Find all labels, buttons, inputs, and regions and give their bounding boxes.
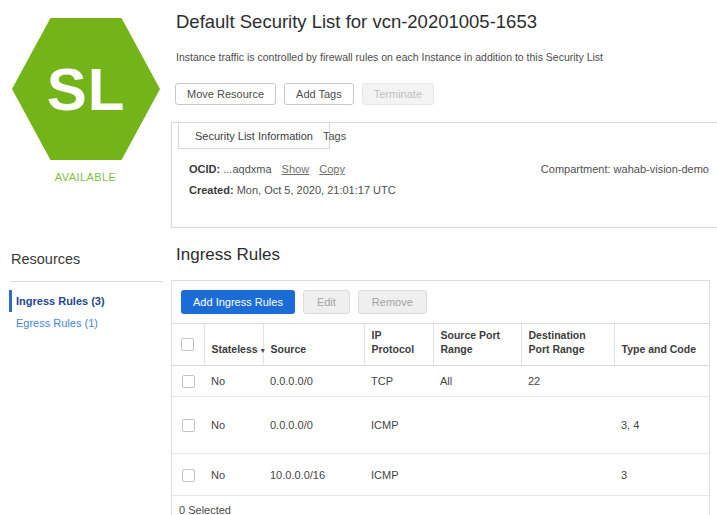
edit-button[interactable]: Edit: [303, 290, 350, 314]
add-tags-button[interactable]: Add Tags: [284, 83, 354, 105]
ocid-label: OCID:: [189, 163, 220, 175]
add-ingress-rules-button[interactable]: Add Ingress Rules: [181, 290, 295, 314]
table-row: No 10.0.0.0/16 ICMP 3: [172, 454, 709, 496]
created-value: Mon, Oct 5, 2020, 21:01:17 UTC: [237, 184, 396, 196]
resources-heading: Resources: [11, 251, 80, 267]
row-checkbox[interactable]: [182, 375, 195, 388]
cell-stateless: No: [204, 366, 263, 397]
column-header-stateless[interactable]: Stateless▾: [204, 324, 263, 366]
page-subtitle: Instance traffic is controlled by firewa…: [176, 51, 603, 63]
compartment-line: Compartment: wahab-vision-demo: [541, 163, 709, 175]
selection-count: 0 Selected: [172, 496, 709, 515]
cell-type-code: [614, 366, 709, 397]
cell-source: 0.0.0.0/0: [263, 397, 364, 454]
ocid-show-link[interactable]: Show: [282, 163, 310, 175]
column-header-type-and-code: Type and Code: [614, 324, 709, 366]
ocid-copy-link[interactable]: Copy: [319, 163, 345, 175]
column-header-source: Source: [263, 324, 364, 366]
cell-source-port: All: [433, 366, 521, 397]
status-badge: AVAILABLE: [0, 171, 171, 183]
ocid-value: ...aqdxma: [223, 163, 271, 175]
column-header-source-port-range: Source Port Range: [433, 324, 521, 366]
top-action-bar: Move Resource Add Tags Terminate: [175, 83, 434, 105]
cell-type-code: 3: [614, 454, 709, 496]
sidebar-item-ingress-rules[interactable]: Ingress Rules (3): [9, 290, 167, 312]
select-all-checkbox[interactable]: [181, 338, 194, 351]
cell-dest-port: [521, 454, 614, 496]
ingress-toolbar: Add Ingress Rules Edit Remove: [172, 281, 709, 323]
resource-type-hexagon-icon: SL: [12, 18, 160, 160]
ingress-rules-heading: Ingress Rules: [176, 245, 280, 265]
move-resource-button[interactable]: Move Resource: [175, 83, 276, 105]
ingress-rules-table-container: Add Ingress Rules Edit Remove Stateless▾…: [171, 280, 710, 515]
details-panel: Security List Information Tags OCID: ...…: [171, 122, 717, 228]
resource-initials: SL: [47, 55, 126, 124]
tab-security-list-information[interactable]: Security List Information: [178, 123, 330, 149]
created-label: Created:: [189, 184, 234, 196]
ingress-rules-table: Stateless▾ Source IP Protocol Source Por…: [172, 323, 709, 496]
cell-protocol: ICMP: [364, 397, 433, 454]
security-list-detail-page: { "entity": { "initials": "SL", "status"…: [0, 0, 717, 515]
cell-source: 0.0.0.0/0: [263, 366, 364, 397]
created-line: Created: Mon, Oct 5, 2020, 21:01:17 UTC: [189, 184, 396, 196]
table-header-row: Stateless▾ Source IP Protocol Source Por…: [172, 324, 709, 366]
compartment-label: Compartment:: [541, 163, 611, 175]
cell-stateless: No: [204, 454, 263, 496]
terminate-button[interactable]: Terminate: [362, 83, 434, 105]
column-header-destination-port-range: Destination Port Range: [521, 324, 614, 366]
ocid-line: OCID: ...aqdxma Show Copy: [189, 163, 345, 175]
resources-divider: [10, 281, 163, 282]
cell-protocol: TCP: [364, 366, 433, 397]
row-checkbox[interactable]: [182, 469, 195, 482]
sort-caret-icon: ▾: [261, 346, 265, 355]
compartment-value: wahab-vision-demo: [614, 163, 709, 175]
cell-source: 10.0.0.0/16: [263, 454, 364, 496]
cell-type-code: 3, 4: [614, 397, 709, 454]
remove-button[interactable]: Remove: [358, 290, 427, 314]
tab-tags[interactable]: Tags: [313, 123, 356, 149]
column-header-ip-protocol: IP Protocol: [364, 324, 433, 366]
cell-protocol: ICMP: [364, 454, 433, 496]
cell-stateless: No: [204, 397, 263, 454]
cell-dest-port: 22: [521, 366, 614, 397]
cell-source-port: [433, 454, 521, 496]
cell-source-port: [433, 397, 521, 454]
resources-nav: Ingress Rules (3) Egress Rules (1): [9, 290, 167, 334]
page-title: Default Security List for vcn-20201005-1…: [176, 11, 537, 33]
row-checkbox[interactable]: [182, 419, 195, 432]
table-row: No 0.0.0.0/0 ICMP 3, 4: [172, 397, 709, 454]
table-row: No 0.0.0.0/0 TCP All 22: [172, 366, 709, 397]
cell-dest-port: [521, 397, 614, 454]
sidebar-item-egress-rules[interactable]: Egress Rules (1): [9, 312, 167, 334]
